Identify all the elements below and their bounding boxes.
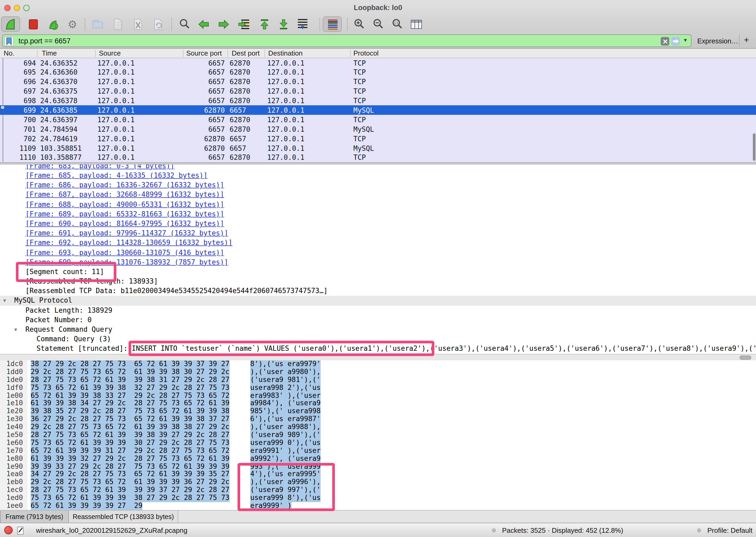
- frame-link[interactable]: [Frame: 691, payload: 97996-114327 (1633…: [25, 229, 228, 237]
- detail-line-7[interactable]: [Frame: 691, payload: 97996-114327 (1633…: [0, 228, 756, 238]
- open-file-icon[interactable]: [91, 18, 105, 31]
- filter-dropdown-icon[interactable]: ▼: [683, 38, 688, 43]
- detail-line-4[interactable]: [Frame: 688, payload: 49000-65331 (16332…: [0, 200, 756, 209]
- frame-link[interactable]: [Frame: 685, payload: 4-16335 (16332 byt…: [25, 171, 208, 179]
- expression-button[interactable]: Expression…: [697, 37, 738, 45]
- detail-line-8[interactable]: [Frame: 692, payload: 114328-130659 (163…: [0, 238, 756, 248]
- column-header-no[interactable]: No.: [4, 49, 14, 57]
- close-file-icon[interactable]: [131, 18, 145, 31]
- column-header-source[interactable]: Source: [99, 49, 121, 57]
- zoom-out-icon[interactable]: [371, 18, 385, 31]
- hex-row-1ed0[interactable]: 1ed075 73 65 72 61 39 39 39 38 27 29 2c …: [0, 494, 756, 502]
- frame-link[interactable]: [Frame: 688, payload: 49000-65331 (16332…: [25, 200, 224, 208]
- hex-bytes[interactable]: 39 39 33 27 29 2c 28 27 75 73 65 72 61 3…: [31, 463, 229, 471]
- hex-ascii[interactable]: usera998 2'),('us: [250, 384, 321, 392]
- packet-row-699[interactable]: 69924.636385127.0.0.1628706657127.0.0.1M…: [0, 105, 756, 115]
- hex-ascii[interactable]: 6'),('us era9987': [250, 415, 321, 423]
- hex-bytes[interactable]: 29 2c 28 27 75 73 65 72 61 39 39 39 36 2…: [31, 478, 229, 486]
- column-divider[interactable]: [37, 50, 38, 57]
- go-back-icon[interactable]: [197, 18, 211, 31]
- hex-row-1df0[interactable]: 1df075 73 65 72 61 39 39 38 32 27 29 2c …: [0, 384, 756, 392]
- hex-bytes[interactable]: 38 27 29 2c 28 27 75 73 65 72 61 39 39 3…: [31, 360, 229, 368]
- column-divider[interactable]: [350, 50, 351, 57]
- detail-line-17[interactable]: ▼Request Command Query: [0, 325, 756, 334]
- stop-capture-icon[interactable]: [26, 18, 40, 31]
- hex-row-1e30[interactable]: 1e3036 27 29 2c 28 27 75 73 65 72 61 39 …: [0, 415, 756, 423]
- hex-bytes[interactable]: 36 27 29 2c 28 27 75 73 65 72 61 39 39 3…: [31, 415, 229, 423]
- packet-row-1110[interactable]: 1110103.358877127.0.0.1665762870127.0.0.…: [0, 153, 756, 162]
- hex-ascii[interactable]: ('usera9 989'),(': [250, 431, 321, 439]
- frame-link[interactable]: [Frame: 686, payload: 16336-32667 (16332…: [25, 181, 224, 189]
- hex-row-1de0[interactable]: 1de028 27 75 73 65 72 61 39 39 38 31 27 …: [0, 376, 756, 384]
- detail-line-0[interactable]: [Frame: 683, payload: 0-3 (4 bytes)]: [0, 165, 756, 171]
- detail-line-9[interactable]: [Frame: 693, payload: 130660-131075 (416…: [0, 248, 756, 257]
- frame-link[interactable]: [Frame: 692, payload: 114328-130659 (163…: [25, 239, 232, 247]
- detail-line-2[interactable]: [Frame: 686, payload: 16336-32667 (16332…: [0, 181, 756, 190]
- expander-icon[interactable]: ▼: [3, 296, 6, 306]
- hex-ascii[interactable]: a9984'), ('usera9: [250, 400, 321, 408]
- detail-line-13[interactable]: [Reassembled TCP Data: b11e020003494e534…: [0, 286, 756, 296]
- hex-ascii[interactable]: ),('user a9980'),: [250, 368, 321, 376]
- column-header-protocol[interactable]: Protocol: [353, 49, 378, 57]
- hex-ascii[interactable]: era9991' ),('user: [250, 447, 321, 455]
- column-divider[interactable]: [183, 50, 183, 57]
- start-capture-icon[interactable]: [4, 18, 18, 31]
- hex-ascii[interactable]: era9983' ),('user: [250, 392, 321, 400]
- column-divider[interactable]: [95, 50, 96, 57]
- column-header-source-port[interactable]: Source port: [186, 49, 222, 57]
- detail-line-5[interactable]: [Frame: 689, payload: 65332-81663 (16332…: [0, 210, 756, 219]
- zoom-in-icon[interactable]: [352, 18, 366, 31]
- hex-bytes[interactable]: 65 72 61 39 39 39 31 27 29 2c 28 27 75 7…: [31, 447, 229, 455]
- find-packet-icon[interactable]: [178, 18, 191, 31]
- detail-line-14[interactable]: ▼MySQL Protocol: [0, 296, 756, 306]
- scrollbar-thumb[interactable]: [739, 355, 751, 360]
- column-divider[interactable]: [227, 50, 228, 57]
- auto-scroll-icon[interactable]: [296, 18, 309, 31]
- hex-ascii[interactable]: 985'),(' usera998: [250, 408, 321, 416]
- packet-row-696[interactable]: 69624.636370127.0.0.1665762870127.0.0.1T…: [0, 77, 756, 87]
- detail-line-15[interactable]: Packet Length: 138929: [0, 306, 756, 315]
- column-header-dest-port[interactable]: Dest port: [232, 49, 260, 57]
- tab-frame[interactable]: Frame (7913 bytes): [0, 511, 69, 523]
- clear-filter-button[interactable]: [661, 37, 669, 46]
- expert-info-icon[interactable]: [4, 526, 13, 534]
- frame-link[interactable]: [Frame: 693, payload: 130660-131075 (416…: [25, 248, 224, 256]
- hex-ascii[interactable]: ('usera9 981'),(': [250, 376, 321, 384]
- filter-value[interactable]: tcp.port == 6657: [19, 37, 71, 45]
- hex-row-1e00[interactable]: 1e0065 72 61 39 39 38 33 27 29 2c 28 27 …: [0, 392, 756, 400]
- go-last-packet-icon[interactable]: [277, 18, 291, 31]
- hex-row-1e60[interactable]: 1e6075 73 65 72 61 39 39 39 30 27 29 2c …: [0, 439, 756, 447]
- save-file-icon[interactable]: 010100110101110: [111, 18, 125, 31]
- go-to-packet-icon[interactable]: [237, 18, 251, 31]
- column-header-time[interactable]: Time: [42, 49, 57, 57]
- expander-icon[interactable]: ▼: [14, 325, 17, 334]
- hex-ascii[interactable]: a9992'), ('usera9: [250, 455, 321, 463]
- filter-bookmark-button[interactable]: [4, 36, 14, 46]
- packet-list-scrollbar-thumb[interactable]: [753, 133, 755, 161]
- hex-row-1eb0[interactable]: 1eb029 2c 28 27 75 73 65 72 61 39 39 39 …: [0, 478, 756, 486]
- hex-row-1e90[interactable]: 1e9039 39 33 27 29 2c 28 27 75 73 65 72 …: [0, 463, 756, 471]
- hex-row-1e70[interactable]: 1e7065 72 61 39 39 39 31 27 29 2c 28 27 …: [0, 447, 756, 455]
- profile-status[interactable]: Profile: Default: [707, 526, 753, 534]
- restart-capture-icon[interactable]: [47, 18, 60, 31]
- packet-list-header[interactable]: No. Time Source Source port Dest port De…: [0, 49, 756, 58]
- go-first-packet-icon[interactable]: [258, 18, 271, 31]
- detail-line-16[interactable]: Packet Number: 0: [0, 315, 756, 325]
- hex-ascii[interactable]: 8'),('us era9979': [250, 360, 321, 368]
- packet-row-702[interactable]: 70224.784619127.0.0.1628706657127.0.0.1T…: [0, 134, 756, 144]
- detail-line-1[interactable]: [Frame: 685, payload: 4-16335 (16332 byt…: [0, 171, 756, 181]
- tab-reassembled-tcp[interactable]: Reassembled TCP (138933 bytes): [69, 511, 178, 523]
- detail-line-6[interactable]: [Frame: 690, payload: 81664-97995 (16332…: [0, 219, 756, 228]
- apply-filter-button[interactable]: [671, 37, 680, 46]
- display-filter-input[interactable]: tcp.port == 6657 ▼: [2, 34, 692, 47]
- packet-row-701[interactable]: 70124.784594127.0.0.1665762870127.0.0.1M…: [0, 124, 756, 134]
- hex-row-1e20[interactable]: 1e2039 38 35 27 29 2c 28 27 75 73 65 72 …: [0, 408, 756, 416]
- frame-link[interactable]: [Frame: 687, payload: 32668-48999 (16332…: [25, 191, 224, 199]
- hex-bytes[interactable]: 61 39 39 39 32 27 29 2c 28 27 75 73 65 7…: [31, 455, 229, 463]
- hex-bytes[interactable]: 75 73 65 72 61 39 39 39 38 27 29 2c 28 2…: [31, 494, 229, 502]
- pane-splitter[interactable]: [0, 162, 756, 165]
- hex-row-1ea0[interactable]: 1ea034 27 29 2c 28 27 75 73 65 72 61 39 …: [0, 471, 756, 478]
- capture-comment-icon[interactable]: [17, 526, 24, 535]
- hex-row-1e80[interactable]: 1e8061 39 39 39 32 27 29 2c 28 27 75 73 …: [0, 455, 756, 463]
- go-forward-icon[interactable]: [217, 18, 231, 31]
